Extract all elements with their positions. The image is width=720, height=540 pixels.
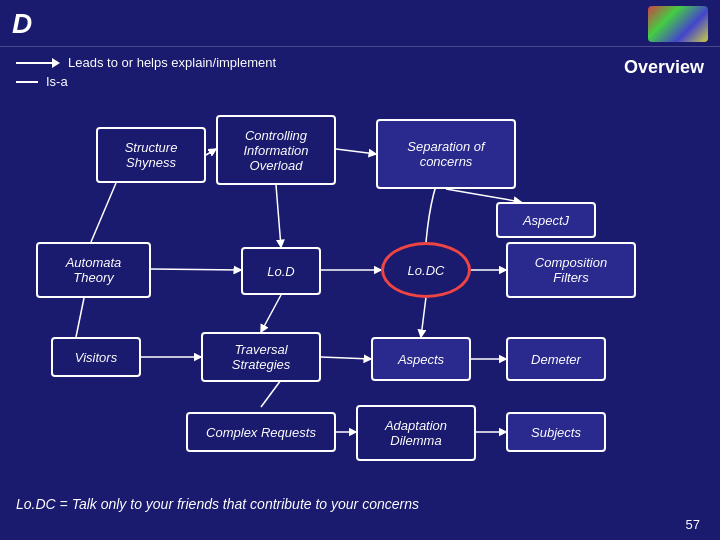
demeter-label: Demeter: [531, 352, 581, 367]
aspectj-label: AspectJ: [523, 213, 569, 228]
is-a-line: [16, 81, 38, 83]
controlling-label: Controlling Information Overload: [243, 128, 308, 173]
adaptation-label: Adaptation Dilemma: [385, 418, 447, 448]
node-structure-shyness: Structure Shyness: [96, 127, 206, 183]
svg-line-0: [206, 149, 216, 155]
complex-label: Complex Requests: [206, 425, 316, 440]
diagram: Structure Shyness Controlling Informatio…: [16, 97, 704, 487]
visitors-label: Visitors: [75, 350, 117, 365]
svg-line-12: [276, 185, 281, 247]
svg-line-11: [91, 183, 116, 242]
separation-label: Separation of concerns: [407, 139, 484, 169]
lodc-label: Lo.DC: [408, 263, 445, 278]
svg-line-2: [446, 189, 521, 202]
page-number: 57: [686, 517, 700, 532]
composition-label: Composition Filters: [535, 255, 607, 285]
arrow-head: [52, 58, 60, 68]
logo: D: [12, 8, 32, 40]
node-separation: Separation of concerns: [376, 119, 516, 189]
svg-line-7: [321, 357, 371, 359]
main-content: Overview Leads to or helps explain/imple…: [0, 47, 720, 495]
header: D: [0, 0, 720, 47]
structure-shyness-label: Structure Shyness: [125, 140, 178, 170]
leads-label: Leads to or helps explain/implement: [68, 55, 276, 70]
overview-label: Overview: [624, 57, 704, 78]
node-complex: Complex Requests: [186, 412, 336, 452]
header-image: [648, 6, 708, 42]
leads-arrow: [16, 58, 60, 68]
legend-leads: Leads to or helps explain/implement: [16, 55, 704, 70]
node-automata: Automata Theory: [36, 242, 151, 298]
node-aspects: Aspects: [371, 337, 471, 381]
aspects-label: Aspects: [398, 352, 444, 367]
svg-line-15: [261, 295, 281, 332]
node-adaptation: Adaptation Dilemma: [356, 405, 476, 461]
node-lodc: Lo.DC: [381, 242, 471, 298]
node-visitors: Visitors: [51, 337, 141, 377]
legend: Leads to or helps explain/implement Is-a: [16, 55, 704, 89]
automata-label: Automata Theory: [66, 255, 122, 285]
footer-caption: Lo.DC = Talk only to your friends that c…: [16, 496, 704, 512]
lod-label: Lo.D: [267, 264, 294, 279]
traversal-label: Traversal Strategies: [232, 342, 291, 372]
arrow-line: [16, 62, 52, 64]
node-demeter: Demeter: [506, 337, 606, 381]
is-a-arrow: [16, 81, 38, 83]
node-lod: Lo.D: [241, 247, 321, 295]
node-controlling: Controlling Information Overload: [216, 115, 336, 185]
is-a-label: Is-a: [46, 74, 68, 89]
svg-line-1: [336, 149, 376, 154]
svg-line-14: [421, 297, 426, 337]
svg-line-16: [261, 380, 281, 407]
svg-line-3: [151, 269, 241, 270]
node-traversal: Traversal Strategies: [201, 332, 321, 382]
svg-line-13: [76, 298, 84, 337]
node-composition: Composition Filters: [506, 242, 636, 298]
node-subjects: Subjects: [506, 412, 606, 452]
legend-is-a: Is-a: [16, 74, 704, 89]
node-aspectj: AspectJ: [496, 202, 596, 238]
subjects-label: Subjects: [531, 425, 581, 440]
